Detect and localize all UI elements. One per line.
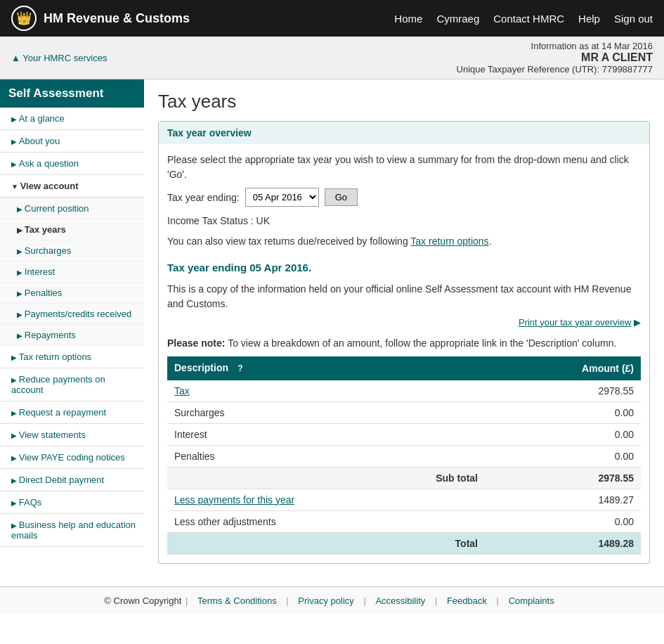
footer: © Crown Copyright | Terms & Conditions |…: [0, 586, 664, 614]
tax-year-select[interactable]: 05 Apr 2016: [245, 188, 319, 207]
sidebar-item-request-repayment[interactable]: Request a repayment: [0, 401, 144, 424]
nav-contact[interactable]: Contact HMRC: [493, 13, 564, 25]
sidebar-item-reduce-payments[interactable]: Reduce payments on account: [0, 368, 144, 401]
sidebar-link-ask-question[interactable]: Ask a question: [0, 153, 144, 174]
utr-info: Unique Taxpayer Reference (UTR): 7799887…: [457, 64, 653, 75]
sidebar-link-view-paye[interactable]: View PAYE coding notices: [0, 446, 144, 468]
income-tax-status: Income Tax Status : UK: [167, 214, 641, 228]
sidebar-link-faqs[interactable]: FAQs: [0, 491, 144, 513]
sidebar-sub-link-surcharges[interactable]: Surcharges: [0, 240, 144, 262]
footer-accessibility[interactable]: Accessibility: [375, 595, 425, 606]
sidebar-sub-link-current-position[interactable]: Current position: [0, 198, 144, 219]
tax-year-heading: Tax year ending 05 Apr 2016.: [167, 260, 641, 276]
row-surcharges-amount: 0.00: [485, 401, 641, 423]
sidebar-link-about-you[interactable]: About you: [0, 130, 144, 152]
help-icon[interactable]: ?: [234, 362, 247, 375]
total-label: Total: [167, 532, 485, 554]
sidebar-link-tax-return-options[interactable]: Tax return options: [0, 346, 144, 368]
overview-body: Please select the appropriate tax year y…: [159, 144, 649, 563]
sidebar-sub-link-interest[interactable]: Interest: [0, 262, 144, 283]
sidebar-item-ask-question[interactable]: Ask a question: [0, 153, 144, 175]
table-row: Interest 0.00: [167, 423, 641, 445]
nav-help[interactable]: Help: [578, 13, 600, 25]
row-interest-amount: 0.00: [485, 423, 641, 445]
tax-return-options-link[interactable]: Tax return options: [410, 236, 488, 247]
utr-value: 7799887777: [602, 64, 653, 75]
less-adjustments-desc: Less other adjustments: [167, 510, 485, 532]
sidebar-link-direct-debit[interactable]: Direct Debit payment: [0, 469, 144, 491]
tax-returns-desc: You can also view tax returns due/receiv…: [167, 236, 408, 247]
user-name: MR A CLIENT: [457, 51, 653, 64]
table-row: Penalties 0.00: [167, 445, 641, 467]
table-header-row: Description ? Amount (£): [167, 356, 641, 380]
nav-signout[interactable]: Sign out: [614, 13, 653, 25]
go-button[interactable]: Go: [325, 188, 358, 206]
sidebar-sub-view-account: Current position Tax years Surcharges In…: [0, 198, 144, 346]
row-tax-amount: 2978.55: [485, 380, 641, 402]
tax-link[interactable]: Tax: [174, 385, 190, 397]
sidebar-item-tax-return-options[interactable]: Tax return options: [0, 346, 144, 368]
footer-complaints[interactable]: Complaints: [509, 595, 554, 606]
sidebar-sub-link-payments-credits[interactable]: Payments/credits received: [0, 304, 144, 325]
sidebar-link-view-account[interactable]: View account: [0, 175, 144, 197]
tax-year-label: Tax year ending:: [167, 192, 240, 203]
subtotal-row: Sub total 2978.55: [167, 467, 641, 489]
sidebar-link-business-help[interactable]: Business help and education emails: [0, 514, 144, 546]
user-info: Information as at 14 Mar 2016 MR A CLIEN…: [457, 41, 653, 75]
row-tax-desc: Tax: [167, 380, 485, 402]
sidebar-link-request-repayment[interactable]: Request a repayment: [0, 401, 144, 423]
print-tax-year-link[interactable]: Print your tax year overview: [167, 317, 641, 328]
sidebar-title: Self Assessment: [0, 79, 144, 108]
main-layout: Self Assessment At a glance About you As…: [0, 79, 664, 586]
sidebar-sub-surcharges[interactable]: Surcharges: [0, 240, 144, 262]
tax-year-body: This is a copy of the information held o…: [167, 282, 641, 311]
footer-terms[interactable]: Terms & Conditions: [197, 595, 277, 606]
sidebar-item-about-you[interactable]: About you: [0, 130, 144, 153]
your-hmrc-services-link[interactable]: Your HMRC services: [11, 53, 107, 63]
sidebar-sub-payments-credits[interactable]: Payments/credits received: [0, 304, 144, 325]
sidebar-link-view-statements[interactable]: View statements: [0, 424, 144, 446]
row-penalties-amount: 0.00: [485, 445, 641, 467]
sidebar: Self Assessment At a glance About you As…: [0, 79, 144, 586]
logo-area: 👑 HM Revenue & Customs: [11, 6, 190, 31]
sidebar-item-faqs[interactable]: FAQs: [0, 491, 144, 514]
sidebar-item-view-account[interactable]: View account: [0, 175, 144, 198]
sidebar-sub-penalties[interactable]: Penalties: [0, 283, 144, 304]
sidebar-item-direct-debit[interactable]: Direct Debit payment: [0, 469, 144, 491]
tax-year-form-row: Tax year ending: 05 Apr 2016 Go: [167, 188, 641, 207]
main-content: Tax years Tax year overview Please selec…: [144, 79, 664, 586]
sidebar-sub-tax-years[interactable]: Tax years: [0, 219, 144, 240]
sidebar-sub-current-position[interactable]: Current position: [0, 198, 144, 219]
subtotal-label: Sub total: [167, 467, 485, 489]
total-row: Total 1489.28: [167, 532, 641, 554]
less-payments-link[interactable]: Less payments for this year: [174, 494, 294, 505]
sidebar-sub-repayments[interactable]: Repayments: [0, 325, 144, 346]
note-text: To view a breakdown of an amount, follow…: [228, 337, 616, 349]
utr-label: Unique Taxpayer Reference (UTR):: [457, 64, 600, 75]
note-paragraph: Please note: To view a breakdown of an a…: [167, 336, 641, 351]
sidebar-sub-link-tax-years[interactable]: Tax years: [0, 219, 144, 240]
top-header: 👑 HM Revenue & Customs Home Cymraeg Cont…: [0, 0, 664, 37]
note-bold: Please note:: [167, 337, 225, 349]
less-adjustments-value: 0.00: [485, 510, 641, 532]
services-bar: Your HMRC services Information as at 14 …: [0, 37, 664, 79]
sidebar-item-view-paye[interactable]: View PAYE coding notices: [0, 446, 144, 469]
sidebar-item-view-statements[interactable]: View statements: [0, 424, 144, 446]
nav-cymraeg[interactable]: Cymraeg: [436, 13, 479, 25]
sidebar-link-at-a-glance[interactable]: At a glance: [0, 108, 144, 129]
sidebar-item-business-help[interactable]: Business help and education emails: [0, 514, 144, 547]
footer-privacy[interactable]: Privacy policy: [298, 595, 353, 606]
sidebar-item-at-a-glance[interactable]: At a glance: [0, 108, 144, 130]
less-payments-value: 1489.27: [485, 489, 641, 510]
sidebar-link-reduce-payments[interactable]: Reduce payments on account: [0, 368, 144, 401]
print-link[interactable]: Print your tax year overview: [519, 317, 631, 328]
copyright-text: © Crown Copyright: [104, 595, 181, 606]
col-amount: Amount (£): [485, 356, 641, 380]
sidebar-sub-link-repayments[interactable]: Repayments: [0, 325, 144, 346]
nav-home[interactable]: Home: [394, 13, 422, 25]
top-nav: Home Cymraeg Contact HMRC Help Sign out: [394, 13, 653, 25]
sidebar-sub-interest[interactable]: Interest: [0, 262, 144, 283]
tax-returns-text: You can also view tax returns due/receiv…: [167, 234, 641, 249]
sidebar-sub-link-penalties[interactable]: Penalties: [0, 283, 144, 304]
footer-feedback[interactable]: Feedback: [447, 595, 487, 606]
